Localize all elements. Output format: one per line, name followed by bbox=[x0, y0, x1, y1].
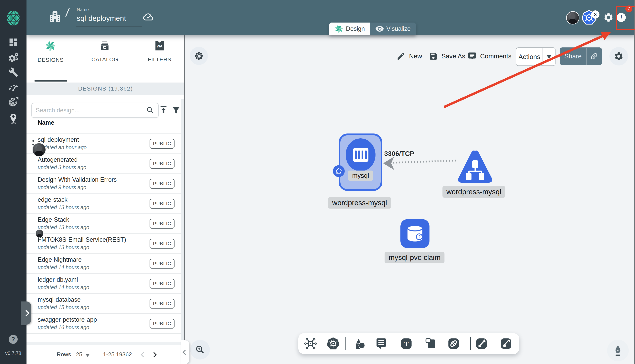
design-visibility-badge: PUBLIC bbox=[150, 299, 174, 308]
panel-tab-designs[interactable]: DESIGNS bbox=[27, 40, 74, 63]
new-button[interactable]: New bbox=[396, 48, 422, 65]
actions-split-button[interactable]: Actions bbox=[516, 48, 555, 66]
design-list-item[interactable]: ledger-db.yaml updated 14 hours ago PUBL… bbox=[27, 274, 181, 294]
gear-icon bbox=[614, 51, 624, 61]
edge-port-label: 3306/TCP bbox=[384, 150, 414, 158]
new-label: New bbox=[409, 52, 422, 60]
nav-environment-pin-icon[interactable] bbox=[8, 113, 19, 124]
tool-note-icon[interactable] bbox=[425, 337, 437, 350]
meshery-logo[interactable] bbox=[4, 8, 23, 28]
dock-divider bbox=[345, 337, 346, 350]
design-updated: updated 14 hours ago bbox=[38, 264, 89, 270]
panel-tab-filters[interactable]: WA FILTERS bbox=[136, 40, 183, 63]
design-list-item[interactable]: Edge-Stack updated 13 hours ago PUBLIC bbox=[27, 214, 181, 234]
sidebar-expand-handle[interactable] bbox=[21, 302, 31, 324]
panel-collapse-handle[interactable] bbox=[181, 340, 189, 364]
design-name-label: Name bbox=[77, 7, 141, 12]
share-label: Share bbox=[560, 52, 586, 60]
mode-switcher: Design Visualize bbox=[329, 22, 416, 35]
rows-per-page-value[interactable]: 25 bbox=[76, 351, 82, 358]
tool-relationship-icon[interactable] bbox=[447, 337, 460, 350]
canvas-options-button[interactable] bbox=[190, 47, 208, 65]
help-button[interactable]: ? bbox=[9, 335, 18, 344]
zoom-in-button[interactable] bbox=[190, 340, 210, 360]
node-mysql-pvc-claim[interactable]: ? bbox=[400, 219, 430, 248]
design-list-item[interactable]: swagger-petstore-app updated 16 hours ag… bbox=[27, 314, 181, 334]
active-tab-underline bbox=[34, 80, 67, 82]
design-visibility-badge: PUBLIC bbox=[150, 319, 174, 328]
pvc-name-label: mysql-pvc-claim bbox=[384, 252, 445, 263]
design-name: edge-stack bbox=[38, 196, 68, 203]
tool-component-icon[interactable] bbox=[304, 337, 317, 350]
actions-label: Actions bbox=[516, 53, 543, 60]
tab-design[interactable]: Design bbox=[329, 22, 370, 35]
service-name-label: wordpress-mysql bbox=[443, 186, 505, 198]
design-name: mysql-database bbox=[38, 296, 81, 303]
design-list-item[interactable]: Design With Validation Errors updated 9 … bbox=[27, 174, 181, 194]
panel-tab-catalog[interactable]: CATALOG bbox=[81, 40, 128, 63]
dock-divider bbox=[470, 337, 471, 350]
rows-per-page-caret-icon[interactable] bbox=[85, 354, 90, 357]
tab-visualize[interactable]: Visualize bbox=[370, 22, 416, 35]
tool-text-icon[interactable]: T bbox=[400, 337, 412, 350]
settings-gear-icon[interactable] bbox=[603, 12, 614, 23]
tool-pen-arrow-icon[interactable] bbox=[475, 337, 488, 350]
design-list-item[interactable]: FMTOK8S-Email-Service(REST) updated 13 h… bbox=[27, 234, 181, 254]
zoom-in-icon bbox=[195, 344, 205, 355]
chevron-left-icon bbox=[182, 350, 188, 355]
comments-icon bbox=[468, 52, 477, 61]
user-avatar[interactable] bbox=[566, 11, 579, 24]
design-name: FMTOK8S-Email-Service(REST) bbox=[38, 236, 126, 243]
design-list-item[interactable]: Autogenerated updated 3 hours ago PUBLIC bbox=[27, 154, 181, 174]
upload-design-icon[interactable] bbox=[158, 105, 169, 115]
design-list-item[interactable]: mysql-database updated 15 hours ago PUBL… bbox=[27, 294, 181, 314]
freehand-pen-button[interactable] bbox=[607, 340, 629, 361]
meshery-kanvas-app: / Name 3 ! 7 Design bbox=[0, 0, 635, 364]
help-glyph: ? bbox=[11, 336, 15, 343]
previous-page-button[interactable] bbox=[141, 352, 146, 357]
design-name-input[interactable] bbox=[77, 14, 141, 22]
design-visibility-badge: PUBLIC bbox=[150, 279, 174, 288]
tool-shapes-icon[interactable] bbox=[352, 337, 366, 350]
nav-extensions-icon[interactable] bbox=[8, 96, 19, 107]
design-list-item[interactable]: edge-stack updated 13 hours ago PUBLIC bbox=[27, 194, 181, 214]
design-visibility-badge: PUBLIC bbox=[150, 239, 174, 248]
design-search-box[interactable] bbox=[31, 103, 159, 118]
actions-caret-icon[interactable] bbox=[546, 55, 552, 58]
pagination-bar: Rows 25 1-25 19362 bbox=[27, 345, 184, 364]
tool-doodle-icon[interactable] bbox=[500, 337, 512, 350]
filter-funnel-icon[interactable] bbox=[171, 105, 181, 115]
comments-button[interactable]: Comments bbox=[468, 48, 512, 65]
design-name: Autogenerated bbox=[38, 156, 78, 163]
design-list-item[interactable]: sql-deployment updated an hour ago PUBLI… bbox=[27, 134, 181, 154]
panel-tab-filters-label: FILTERS bbox=[148, 56, 171, 63]
share-split-button[interactable]: Share bbox=[560, 48, 602, 65]
node-wordpress-mysql-service[interactable] bbox=[456, 149, 494, 185]
nav-lifecycle-icon[interactable] bbox=[8, 52, 19, 64]
save-as-button[interactable]: Save As bbox=[429, 48, 465, 65]
design-search-input[interactable] bbox=[35, 107, 146, 114]
page-scrollbar[interactable] bbox=[634, 0, 635, 364]
panel-tab-catalog-label: CATALOG bbox=[91, 56, 118, 63]
nav-dashboard-icon[interactable] bbox=[8, 37, 19, 48]
tool-kubernetes-icon[interactable] bbox=[326, 337, 340, 350]
kubernetes-pentagon-badge[interactable] bbox=[333, 165, 345, 177]
design-list-item[interactable]: Edge Nightmare updated 14 hours ago PUBL… bbox=[27, 254, 181, 274]
next-page-button[interactable] bbox=[151, 352, 157, 357]
designs-panel: DESIGNS CATALOG WA FILTERS DESIGNS (19,3… bbox=[27, 35, 184, 364]
copy-link-icon[interactable] bbox=[586, 52, 602, 60]
tool-annotation-icon[interactable] bbox=[375, 337, 388, 350]
search-icon[interactable] bbox=[146, 106, 155, 115]
canvas-tool-dock: T bbox=[298, 333, 519, 354]
design-updated: updated 16 hours ago bbox=[38, 324, 89, 330]
design-visibility-badge: PUBLIC bbox=[150, 219, 174, 228]
canvas-settings-button[interactable] bbox=[609, 47, 628, 66]
design-canvas[interactable]: New Save As Comments Actions Share bbox=[185, 35, 634, 364]
filters-wasm-icon: WA bbox=[154, 40, 165, 51]
panel-canvas-divider[interactable] bbox=[184, 35, 185, 364]
kubernetes-context-count-badge: 3 bbox=[591, 10, 599, 18]
nav-performance-icon[interactable] bbox=[8, 82, 19, 92]
nav-configuration-icon[interactable] bbox=[8, 67, 19, 77]
organization-icon[interactable] bbox=[49, 10, 61, 23]
design-updated: updated 3 hours ago bbox=[38, 164, 86, 170]
